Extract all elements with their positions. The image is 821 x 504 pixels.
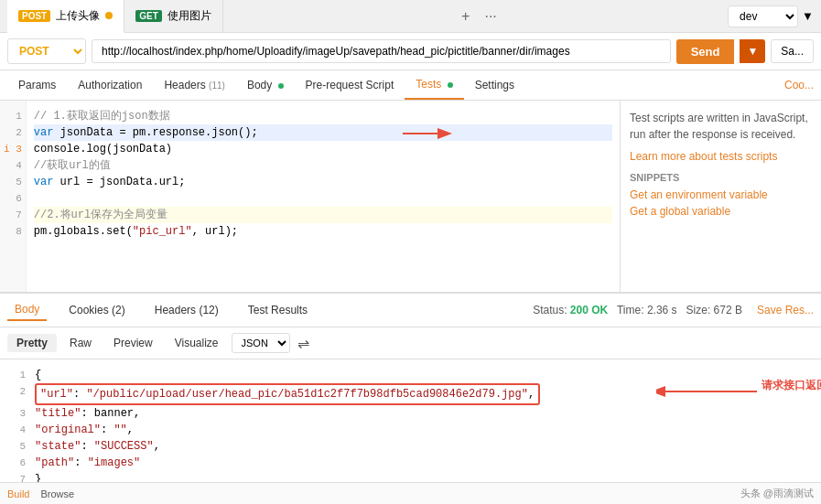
resp-tab-cookies[interactable]: Cookies (2) bbox=[61, 300, 132, 320]
tab-headers[interactable]: Headers (11) bbox=[153, 71, 236, 99]
wrap-icon[interactable]: ⇌ bbox=[297, 335, 309, 352]
env-chevron-icon: ▼ bbox=[802, 9, 814, 23]
format-tabs: Pretty Raw Preview Visualize JSON XML HT… bbox=[0, 327, 821, 359]
right-panel: Test scripts are written in JavaScript, … bbox=[620, 101, 821, 292]
json-line-6: 6 "path": "images" bbox=[7, 455, 814, 471]
watermark: 头条 @雨滴测试 bbox=[740, 487, 814, 500]
json-content-wrapper: 1{ 2 "url": "/public/upload/user/head_pi… bbox=[0, 359, 821, 492]
snippet-env-var[interactable]: Get an environment variable bbox=[630, 188, 812, 201]
line-num-1: 1 bbox=[4, 108, 22, 124]
tab-body[interactable]: Body bbox=[236, 71, 295, 99]
tab-pre-request[interactable]: Pre-request Script bbox=[295, 71, 405, 99]
line-num-3: i 3 bbox=[4, 141, 22, 157]
response-header: Body Cookies (2) Headers (12) Test Resul… bbox=[0, 294, 821, 327]
response-size: 672 B bbox=[714, 304, 742, 316]
resp-tab-headers[interactable]: Headers (12) bbox=[147, 300, 226, 320]
tab-image-label: 使用图片 bbox=[167, 8, 211, 24]
fmt-tab-raw[interactable]: Raw bbox=[60, 334, 101, 352]
send-button[interactable]: Send bbox=[676, 39, 735, 64]
response-time: 2.36 s bbox=[647, 304, 677, 316]
bottom-bar: Build Browse 头条 @雨滴测试 bbox=[0, 482, 821, 504]
code-line-2: var jsonData = pm.response.json(); bbox=[34, 124, 612, 141]
line-num-7: 7 bbox=[4, 207, 22, 223]
method-select[interactable]: POST GET PUT DELETE bbox=[7, 38, 86, 64]
line-num-2: 2 bbox=[4, 124, 22, 141]
tab-params[interactable]: Params bbox=[7, 71, 67, 99]
snippets-title: SNIPPETS bbox=[630, 172, 812, 183]
line-num-4: 4 bbox=[4, 157, 22, 174]
json-line-4: 4 "original": "", bbox=[7, 422, 814, 438]
response-section: Body Cookies (2) Headers (12) Test Resul… bbox=[0, 293, 821, 492]
tab-tests[interactable]: Tests bbox=[405, 70, 463, 100]
right-panel-description: Test scripts are written in JavaScript, … bbox=[630, 110, 812, 143]
code-line-5: var url = jsonData.url; bbox=[34, 174, 612, 190]
code-line-3: console.log(jsonData) bbox=[34, 141, 612, 157]
tab-settings[interactable]: Settings bbox=[464, 71, 525, 99]
annotation-container: 请求接口返回的数据 bbox=[656, 378, 766, 408]
main-content: 1 2 i 3 4 5 6 7 8 // 1.获取返回的json数据 var j… bbox=[0, 101, 821, 293]
method-badge-get: GET bbox=[135, 10, 162, 22]
cookies-link[interactable]: Coo... bbox=[784, 79, 814, 91]
code-lines-container: 1 2 i 3 4 5 6 7 8 // 1.获取返回的json数据 var j… bbox=[0, 101, 620, 292]
resp-tab-body[interactable]: Body bbox=[7, 299, 47, 321]
code-line-7: //2.将url保存为全局变量 bbox=[34, 207, 612, 223]
json-line-5: 5 "state": "SUCCESS", bbox=[7, 438, 814, 455]
fmt-tab-visualize[interactable]: Visualize bbox=[166, 334, 228, 352]
request-tabs: Params Authorization Headers (11) Body P… bbox=[0, 70, 821, 101]
code-line-1: // 1.获取返回的json数据 bbox=[34, 108, 612, 124]
fmt-tab-preview[interactable]: Preview bbox=[104, 334, 162, 352]
annotation-arrow-svg bbox=[656, 378, 766, 405]
response-status: Status: 200 OK Time: 2.36 s Size: 672 B bbox=[533, 304, 742, 316]
snippet-global-var[interactable]: Get a global variable bbox=[630, 205, 812, 218]
save-button[interactable]: Sa... bbox=[771, 39, 814, 63]
app-container: POST 上传头像 GET 使用图片 + ··· dev prod stagin… bbox=[0, 0, 821, 504]
tab-image[interactable]: GET 使用图片 bbox=[124, 0, 223, 33]
method-badge-post: POST bbox=[18, 10, 50, 22]
tab-modified-dot bbox=[105, 12, 113, 19]
tab-upload-label: 上传头像 bbox=[56, 8, 100, 24]
learn-more-link[interactable]: Learn more about tests scripts bbox=[630, 150, 777, 163]
code-line-6 bbox=[34, 190, 612, 207]
build-link[interactable]: Build bbox=[7, 488, 29, 499]
status-ok: 200 OK bbox=[570, 304, 608, 316]
new-tab-button[interactable]: + bbox=[454, 8, 477, 25]
code-line-8: pm.globals.set("pic_url", url); bbox=[34, 223, 612, 240]
code-editor: 1 2 i 3 4 5 6 7 8 // 1.获取返回的json数据 var j… bbox=[0, 101, 620, 292]
env-dropdown: dev prod staging ▼ bbox=[728, 5, 814, 27]
resp-tab-test-results[interactable]: Test Results bbox=[241, 300, 315, 320]
format-select[interactable]: JSON XML HTML bbox=[232, 333, 290, 353]
url-bar: POST GET PUT DELETE Send ▼ Sa... bbox=[0, 33, 821, 70]
line-num-6: 6 bbox=[4, 190, 22, 207]
tab-upload[interactable]: POST 上传头像 bbox=[7, 0, 124, 33]
more-tabs-button[interactable]: ··· bbox=[484, 8, 496, 25]
line-num-8: 8 bbox=[4, 223, 22, 240]
fmt-tab-pretty[interactable]: Pretty bbox=[7, 334, 57, 352]
tab-authorization[interactable]: Authorization bbox=[67, 71, 153, 99]
annotation-text: 请求接口返回的数据 bbox=[762, 378, 821, 393]
code-line-4: //获取url的值 bbox=[34, 157, 612, 174]
send-dropdown-button[interactable]: ▼ bbox=[740, 39, 765, 63]
browse-link[interactable]: Browse bbox=[40, 488, 74, 499]
line-numbers: 1 2 i 3 4 5 6 7 8 bbox=[0, 101, 27, 292]
save-response-button[interactable]: Save Res... bbox=[757, 304, 814, 316]
line-num-5: 5 bbox=[4, 174, 22, 190]
tab-bar: POST 上传头像 GET 使用图片 + ··· dev prod stagin… bbox=[0, 0, 821, 33]
code-content[interactable]: // 1.获取返回的json数据 var jsonData = pm.respo… bbox=[27, 101, 620, 292]
env-select[interactable]: dev prod staging bbox=[728, 5, 798, 27]
tab-actions: + ··· bbox=[454, 8, 497, 25]
url-input[interactable] bbox=[92, 39, 671, 63]
